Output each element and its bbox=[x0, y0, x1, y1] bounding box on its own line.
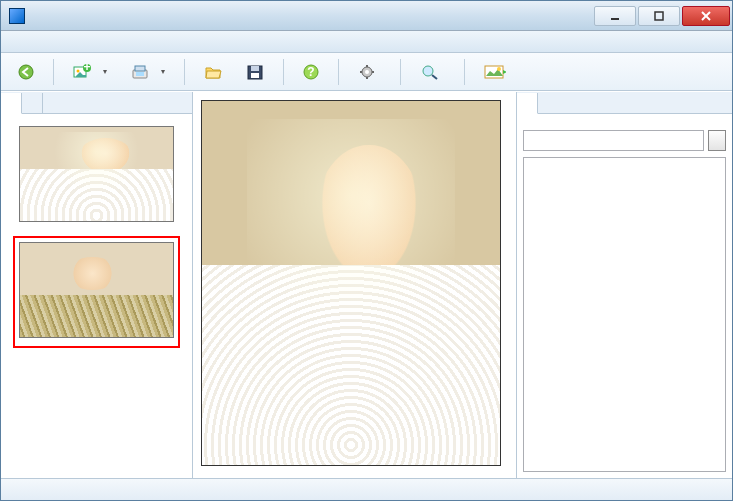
nav-back-button[interactable] bbox=[9, 60, 43, 84]
toolbar-divider bbox=[464, 59, 465, 85]
scan-file-button[interactable]: ▾ bbox=[122, 60, 174, 84]
minimize-button[interactable] bbox=[594, 6, 636, 26]
arrow-left-icon bbox=[18, 64, 34, 80]
open-button[interactable] bbox=[195, 60, 231, 84]
svg-point-6 bbox=[77, 69, 80, 72]
svg-rect-13 bbox=[251, 66, 259, 71]
menubar bbox=[1, 31, 732, 53]
chevron-down-icon: ▾ bbox=[103, 67, 107, 76]
toolbar: + ▾ ▾ ? bbox=[1, 53, 732, 91]
tab-thumbnails[interactable] bbox=[1, 93, 22, 114]
apply-all-button[interactable] bbox=[708, 130, 726, 151]
app-icon bbox=[9, 8, 25, 24]
svg-rect-11 bbox=[136, 72, 144, 76]
preview-button[interactable] bbox=[411, 60, 454, 84]
preview-pane bbox=[193, 92, 516, 478]
titlebar[interactable] bbox=[1, 1, 732, 31]
settings-button[interactable] bbox=[349, 60, 390, 84]
tab-transition[interactable] bbox=[517, 93, 538, 114]
svg-rect-10 bbox=[135, 66, 145, 71]
svg-point-23 bbox=[423, 66, 433, 76]
thumbnail-item[interactable] bbox=[13, 236, 180, 348]
thumbnail-image bbox=[19, 242, 174, 338]
svg-line-24 bbox=[432, 75, 437, 79]
toolbar-divider bbox=[338, 59, 339, 85]
tab-music[interactable] bbox=[22, 93, 43, 114]
toolbar-divider bbox=[184, 59, 185, 85]
help-button[interactable]: ? bbox=[294, 60, 328, 84]
svg-point-26 bbox=[497, 67, 501, 71]
toolbar-divider bbox=[283, 59, 284, 85]
left-pane bbox=[1, 92, 193, 478]
add-image-icon: + bbox=[73, 64, 91, 80]
folder-open-icon bbox=[204, 64, 222, 80]
help-icon: ? bbox=[303, 64, 319, 80]
create-slides-button[interactable] bbox=[475, 60, 520, 84]
main-area bbox=[1, 91, 732, 478]
toolbar-divider bbox=[400, 59, 401, 85]
maximize-button[interactable] bbox=[638, 6, 680, 26]
magnifier-icon bbox=[420, 64, 440, 80]
app-window: + ▾ ▾ ? bbox=[0, 0, 733, 501]
scanner-icon bbox=[131, 64, 149, 80]
svg-point-4 bbox=[19, 65, 33, 79]
floppy-disk-icon bbox=[246, 64, 264, 80]
chevron-down-icon: ▾ bbox=[161, 67, 165, 76]
effect-listbox[interactable] bbox=[523, 157, 726, 472]
save-button[interactable] bbox=[237, 60, 273, 84]
thumbnail-item[interactable] bbox=[13, 120, 180, 232]
add-image-button[interactable]: + ▾ bbox=[64, 60, 116, 84]
slideshow-icon bbox=[484, 64, 506, 80]
right-pane bbox=[516, 92, 732, 478]
thumbnail-list[interactable] bbox=[1, 114, 192, 478]
svg-text:+: + bbox=[83, 64, 90, 74]
close-button[interactable] bbox=[682, 6, 730, 26]
gear-icon bbox=[358, 64, 376, 80]
svg-rect-1 bbox=[655, 12, 663, 20]
right-tabs bbox=[517, 92, 732, 114]
preview-image bbox=[201, 100, 501, 466]
thumbnail-image bbox=[19, 126, 174, 222]
left-tabs bbox=[1, 92, 192, 114]
svg-text:?: ? bbox=[307, 65, 314, 79]
svg-point-18 bbox=[365, 70, 369, 74]
svg-rect-14 bbox=[251, 73, 259, 78]
statusbar bbox=[1, 478, 732, 500]
effect-current-input[interactable] bbox=[523, 130, 704, 151]
toolbar-divider bbox=[53, 59, 54, 85]
